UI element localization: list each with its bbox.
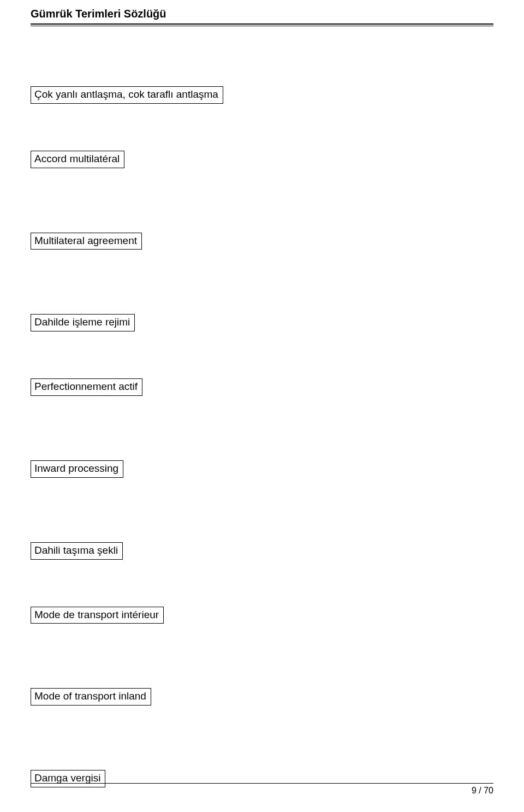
term-row: Dahilde işleme rejimi	[31, 314, 493, 331]
footer: 9 / 70	[31, 783, 493, 796]
term-row: Mode de transport intérieur	[31, 607, 493, 624]
term-row: Mode of transport inland	[31, 688, 493, 706]
glossary-term: Dahili taşıma şekli	[31, 542, 123, 560]
glossary-term: Mode de transport intérieur	[31, 607, 164, 624]
glossary-term: Multilateral agreement	[31, 233, 142, 250]
page-title: Gümrük Terimleri Sözlüğü	[31, 8, 493, 20]
glossary-term: Çok yanlı antlaşma, cok taraflı antlaşma	[31, 86, 223, 104]
term-row: Perfectionnement actif	[31, 378, 493, 396]
glossary-term: Inward processing	[31, 460, 123, 478]
term-row: Multilateral agreement	[31, 233, 493, 250]
page: Gümrük Terimleri Sözlüğü Çok yanlı antla…	[0, 0, 524, 812]
glossary-term: Accord multilatéral	[31, 151, 124, 168]
footer-rule	[31, 783, 493, 784]
term-row: Çok yanlı antlaşma, cok taraflı antlaşma	[31, 86, 493, 104]
term-row: Dahili taşıma şekli	[31, 542, 493, 560]
glossary-term: Dahilde işleme rejimi	[31, 314, 135, 331]
term-row: Accord multilatéral	[31, 151, 493, 168]
glossary-term: Mode of transport inland	[31, 688, 151, 706]
glossary-term: Perfectionnement actif	[31, 378, 142, 396]
term-row: Inward processing	[31, 460, 493, 478]
header-rule-thick	[31, 23, 493, 25]
page-number: 9 / 70	[31, 786, 493, 796]
content: Çok yanlı antlaşma, cok taraflı antlaşma…	[31, 26, 493, 787]
